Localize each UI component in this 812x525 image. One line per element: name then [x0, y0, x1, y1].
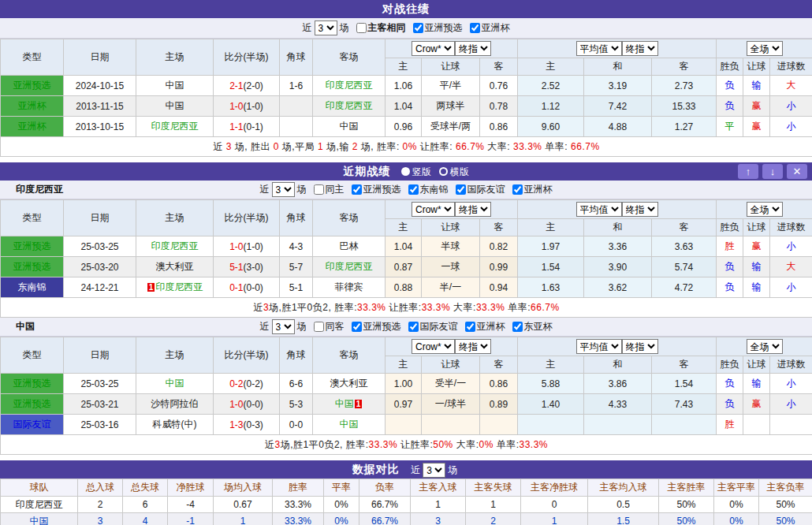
- team-name[interactable]: 科威特(中): [153, 419, 197, 430]
- average-odds-cell: 4.72: [652, 277, 717, 298]
- team-name[interactable]: 沙特阿拉伯: [151, 398, 199, 409]
- match-date-cell: 25-03-20: [64, 257, 136, 277]
- score-cell: 0-2(0-2): [214, 374, 280, 394]
- result-cell: 小: [770, 96, 812, 117]
- team-name[interactable]: 印度尼西亚: [155, 281, 203, 292]
- same-venue-checkbox[interactable]: [356, 23, 367, 33]
- bookmaker-select[interactable]: Crow*: [412, 41, 455, 56]
- vertical-layout-radio[interactable]: [401, 167, 410, 176]
- final-odds-select[interactable]: 终指: [622, 202, 658, 217]
- league-checkbox[interactable]: [470, 23, 480, 33]
- match-type-cell: 亚洲杯: [1, 96, 64, 117]
- team-name[interactable]: 澳大利亚: [156, 261, 194, 272]
- full-score: 5-1: [229, 262, 243, 273]
- average-odds-cell: 1.63: [518, 277, 584, 298]
- team-name[interactable]: 中国: [340, 121, 359, 132]
- close-button[interactable]: ✕: [787, 164, 807, 179]
- handicap-odds-cell: 0.87: [386, 257, 422, 277]
- stat-cell: 50%: [759, 497, 812, 513]
- team-name[interactable]: 印度尼西亚: [16, 499, 63, 510]
- compare-games-select[interactable]: 3: [423, 463, 445, 478]
- handicap-odds-cell: 1.04: [386, 96, 422, 117]
- bookmaker-select[interactable]: Crow*: [412, 202, 455, 217]
- result-cell: 胜: [717, 236, 743, 257]
- average-odds-cell: 1.54: [652, 374, 717, 394]
- league-checkbox[interactable]: [352, 184, 362, 195]
- stat-cell: 0%: [324, 513, 359, 525]
- horizontal-layout-radio[interactable]: [439, 167, 448, 176]
- column-subheader: 胜负: [717, 356, 743, 374]
- team-name[interactable]: 中国: [30, 516, 49, 525]
- team-name[interactable]: 印度尼西亚: [326, 80, 373, 91]
- stat-cell: 6: [123, 497, 168, 513]
- match-type-cell: 亚洲预选: [1, 374, 64, 394]
- handicap-odds-cell: 0.97: [386, 394, 422, 415]
- average-select[interactable]: 平均值: [576, 339, 622, 354]
- match-date-cell: 25-03-16: [64, 415, 136, 435]
- league-checkbox[interactable]: [512, 184, 523, 195]
- final-odds-select[interactable]: 终指: [455, 41, 491, 56]
- league-checkbox[interactable]: [408, 184, 419, 195]
- team-name[interactable]: 印度尼西亚: [326, 261, 373, 272]
- league-checkbox[interactable]: [413, 23, 423, 33]
- average-odds-cell: 1.54: [518, 257, 584, 277]
- result-cell: [743, 415, 770, 435]
- team-name[interactable]: 中国: [166, 80, 184, 91]
- recent-games-select[interactable]: 3: [315, 20, 337, 35]
- same-venue-checkbox[interactable]: [314, 322, 324, 332]
- match-date-cell: 25-03-25: [64, 236, 136, 257]
- bookmaker-select[interactable]: Crow*: [412, 339, 455, 354]
- league-checkbox[interactable]: [512, 322, 523, 332]
- record-table: 类型日期主场比分(半场)角球客场Crow*终指平均值终指全场主让球客主和客胜负让…: [0, 39, 812, 157]
- league-checkbox[interactable]: [465, 322, 475, 332]
- same-venue-checkbox[interactable]: [314, 184, 324, 195]
- league-checkbox[interactable]: [456, 184, 466, 195]
- full-score: 0-2: [229, 378, 243, 389]
- average-odds-cell: 3.86: [584, 374, 652, 394]
- team-name[interactable]: 菲律宾: [335, 281, 363, 292]
- home-team-cell: 印度尼西亚: [136, 236, 214, 257]
- compare-filter: 近3场: [408, 464, 460, 475]
- odds-select-group: Crow*终指: [386, 39, 518, 58]
- league-checkbox[interactable]: [408, 322, 419, 332]
- handicap-odds-cell: 0.76: [480, 76, 518, 96]
- final-odds-select[interactable]: 终指: [455, 202, 491, 217]
- home-team-cell: 中国: [136, 374, 214, 394]
- match-type-cell: 亚洲预选: [1, 76, 64, 96]
- h2h-table-container: 类型日期主场比分(半场)角球客场Crow*终指平均值终指全场主让球客主和客胜负让…: [0, 39, 812, 157]
- team-name[interactable]: 中国: [340, 419, 359, 430]
- result-cell: 大: [770, 76, 812, 96]
- result-cell: 小: [770, 277, 812, 298]
- result-cell: 平: [717, 117, 743, 137]
- full-match-select[interactable]: 全场: [747, 202, 783, 217]
- away-team-cell: 巴林: [313, 236, 386, 257]
- column-subheader: 进球数: [770, 356, 812, 374]
- team-name[interactable]: 中国: [166, 378, 184, 389]
- move-up-button[interactable]: ↑: [738, 164, 758, 179]
- team-name[interactable]: 巴林: [340, 240, 359, 251]
- full-match-select[interactable]: 全场: [747, 41, 783, 56]
- handicap-odds-cell: 一球: [422, 257, 480, 277]
- full-match-select[interactable]: 全场: [747, 339, 783, 354]
- final-odds-select[interactable]: 终指: [622, 41, 658, 56]
- handicap-odds-cell: 0.86: [480, 374, 518, 394]
- table-row: 亚洲预选25-03-25印度尼西亚1-0(1-0)4-3巴林1.04半球0.82…: [1, 236, 812, 257]
- recent-games-select[interactable]: 3: [272, 319, 295, 334]
- summary-line: 近3场,胜1平0负2, 胜率:33.3% 让胜率:33.3% 大率:33.3% …: [1, 298, 812, 318]
- final-odds-select[interactable]: 终指: [455, 339, 491, 354]
- average-select[interactable]: 平均值: [576, 41, 622, 56]
- move-down-button[interactable]: ↓: [762, 164, 783, 179]
- team-name[interactable]: 印度尼西亚: [151, 240, 199, 251]
- team-name[interactable]: 印度尼西亚: [151, 121, 199, 132]
- team-name[interactable]: 中国: [166, 100, 184, 111]
- team-name[interactable]: 澳大利亚: [330, 378, 368, 389]
- final-odds-select[interactable]: 终指: [622, 339, 658, 354]
- team-section-name: 印度尼西亚: [16, 183, 63, 196]
- compare-table-head: 球队总入球总失球净胜球场均入球胜率平率负率主客入球主客失球主客净胜球主客均入球主…: [1, 479, 812, 497]
- handicap-odds-cell: 半球: [422, 236, 480, 257]
- team-name[interactable]: 中国: [335, 398, 354, 409]
- team-name[interactable]: 印度尼西亚: [326, 100, 373, 111]
- league-checkbox[interactable]: [352, 322, 362, 332]
- recent-games-select[interactable]: 3: [272, 182, 295, 197]
- average-select[interactable]: 平均值: [576, 202, 622, 217]
